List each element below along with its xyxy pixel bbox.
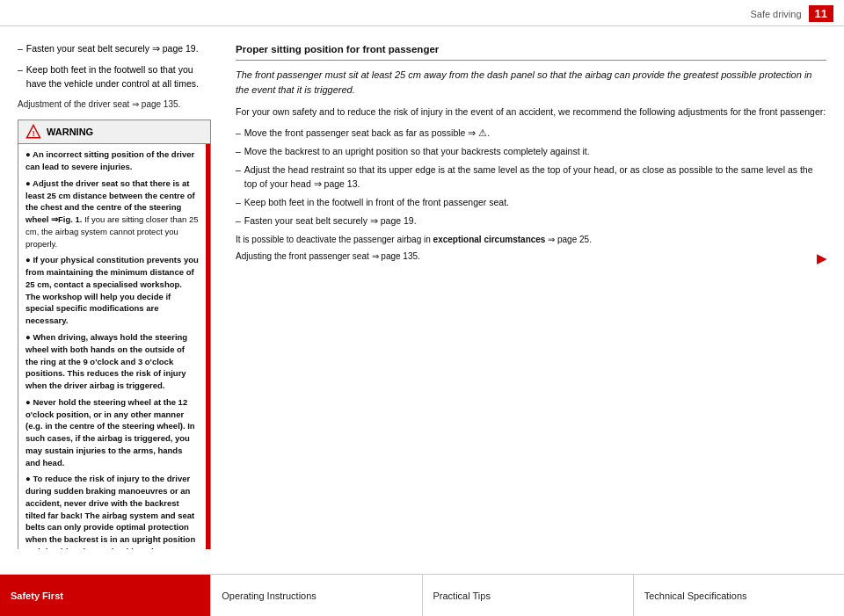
warning-item-6: ● To reduce the risk of injury to the dr… — [25, 473, 199, 549]
bottom-notes: It is possible to deactivate the passeng… — [236, 233, 826, 263]
right-column: Proper sitting position for front passen… — [236, 42, 826, 540]
left-column: – Fasten your seat belt securely ⇒ page … — [18, 42, 211, 540]
next-page-arrow: ▶ — [817, 250, 826, 268]
right-dash-item-1: – Move the front passenger seat back as … — [236, 127, 826, 140]
footer-section-operating[interactable]: Operating Instructions — [211, 575, 422, 616]
warning-body: ● An incorrect sitting position of the d… — [18, 144, 206, 549]
warning-box-inner: ● An incorrect sitting position of the d… — [18, 144, 210, 549]
right-dash-item-3: – Adjust the head restraint so that its … — [236, 163, 826, 190]
dash-r2: – — [236, 145, 241, 158]
header-title: Safe driving — [750, 9, 801, 19]
right-dash-item-4: – Keep both feet in the footwell in fron… — [236, 196, 826, 209]
footer-label-operating: Operating Instructions — [222, 591, 316, 601]
right-dash-text-1: Move the front passenger seat back as fa… — [244, 127, 490, 140]
dash-r3: – — [236, 163, 241, 190]
right-dash-item-5: – Fasten your seat belt securely ⇒ page … — [236, 214, 826, 228]
footer-label-technical: Technical Specifications — [644, 591, 747, 601]
intro-paragraph: For your own safety and to reduce the ri… — [236, 105, 826, 120]
dash-2: – — [18, 63, 23, 91]
footer-label-safety: Safety First — [11, 591, 63, 601]
footer-bar: Safety First Operating Instructions Prac… — [0, 574, 844, 616]
section-title: Proper sitting position for front passen… — [236, 42, 826, 61]
warning-item-2: ● Adjust the driver seat so that there i… — [25, 178, 199, 250]
warning-item-1: ● An incorrect sitting position of the d… — [25, 149, 199, 173]
bullet-text-2: Keep both feet in the footwell so that y… — [26, 63, 211, 91]
svg-text:!: ! — [33, 130, 35, 138]
bullet-text-1: Fasten your seat belt securely ⇒ page 19… — [26, 42, 199, 56]
right-dash-item-2: – Move the backrest to an upright positi… — [236, 145, 826, 158]
main-content: – Fasten your seat belt securely ⇒ page … — [0, 26, 844, 549]
dash-1: – — [18, 42, 23, 56]
warning-box: ! WARNING ● An incorrect sitting positio… — [18, 120, 211, 549]
footer-section-practical[interactable]: Practical Tips — [423, 575, 634, 616]
italic-intro: The front passenger must sit at least 25… — [236, 68, 826, 97]
warning-item-5: ● Never hold the steering wheel at the 1… — [25, 396, 199, 469]
dash-r5: – — [236, 214, 241, 228]
page-number: 11 — [809, 5, 833, 22]
warning-item-3: ● If your physical constitution prevents… — [25, 254, 199, 327]
dash-r1: – — [236, 127, 241, 140]
footer-section-safety[interactable]: Safety First — [0, 575, 211, 616]
footer-section-technical[interactable]: Technical Specifications — [634, 575, 844, 616]
right-dash-text-5: Fasten your seat belt securely ⇒ page 19… — [244, 214, 417, 228]
red-side-bar — [206, 144, 210, 549]
right-dash-text-3: Adjust the head restraint so that its up… — [244, 163, 826, 190]
warning-header: ! WARNING — [18, 120, 210, 144]
warning-item-4: ● When driving, always hold the steering… — [25, 331, 199, 392]
footer-label-practical: Practical Tips — [433, 591, 491, 601]
right-dash-text-2: Move the backrest to an upright position… — [244, 145, 590, 158]
warning-title: WARNING — [47, 125, 93, 140]
bottom-note-1: It is possible to deactivate the passeng… — [236, 233, 826, 246]
bullet-item-2: – Keep both feet in the footwell so that… — [18, 63, 211, 91]
adj-note: Adjustment of the driver seat ⇒ page 135… — [18, 98, 211, 111]
warning-triangle-icon: ! — [25, 124, 41, 140]
warning-content: ● An incorrect sitting position of the d… — [18, 144, 206, 549]
bullet-item-1: – Fasten your seat belt securely ⇒ page … — [18, 42, 211, 56]
right-dash-text-4: Keep both feet in the footwell in front … — [244, 196, 509, 209]
bottom-note-2: Adjusting the front passenger seat ⇒ pag… — [236, 250, 826, 263]
header: Safe driving 11 — [0, 0, 844, 26]
dash-r4: – — [236, 196, 241, 209]
